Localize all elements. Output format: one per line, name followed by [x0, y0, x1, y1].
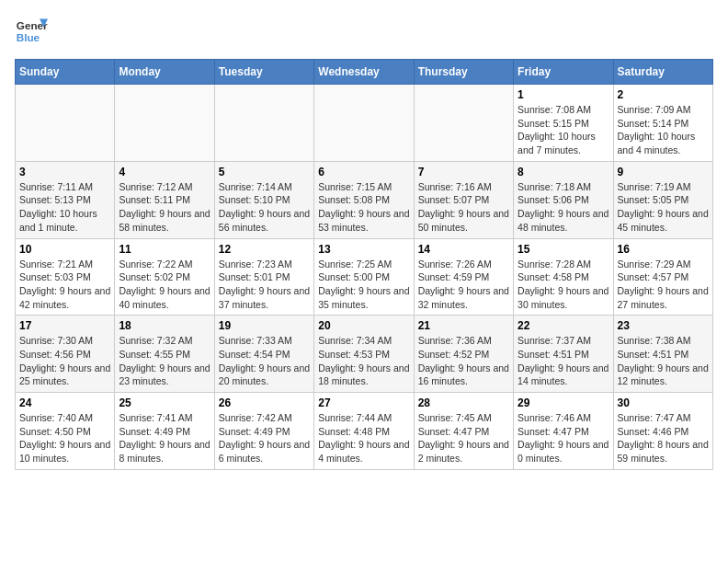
weekday-header: Sunday	[16, 60, 115, 85]
day-number: 4	[119, 166, 210, 178]
day-number: 8	[518, 166, 609, 178]
day-number: 2	[618, 88, 709, 101]
day-info: Sunrise: 7:36 AM Sunset: 4:52 PM Dayligh…	[418, 334, 509, 388]
day-info: Sunrise: 7:23 AM Sunset: 5:01 PM Dayligh…	[219, 258, 310, 312]
calendar-cell	[214, 85, 313, 162]
day-number: 7	[418, 166, 509, 178]
logo: General Blue	[15, 15, 48, 48]
calendar-body: 1Sunrise: 7:08 AM Sunset: 5:15 PM Daylig…	[16, 85, 713, 470]
day-info: Sunrise: 7:32 AM Sunset: 4:55 PM Dayligh…	[119, 334, 210, 388]
day-info: Sunrise: 7:30 AM Sunset: 4:56 PM Dayligh…	[19, 334, 110, 388]
calendar-cell: 30Sunrise: 7:47 AM Sunset: 4:46 PM Dayli…	[613, 393, 712, 470]
calendar-cell: 18Sunrise: 7:32 AM Sunset: 4:55 PM Dayli…	[115, 316, 214, 393]
svg-text:Blue: Blue	[17, 31, 40, 43]
weekday-header: Friday	[514, 60, 613, 85]
logo-icon: General Blue	[15, 15, 48, 48]
calendar-week: 10Sunrise: 7:21 AM Sunset: 5:03 PM Dayli…	[16, 238, 713, 316]
day-info: Sunrise: 7:11 AM Sunset: 5:13 PM Dayligh…	[19, 180, 110, 235]
day-info: Sunrise: 7:41 AM Sunset: 4:49 PM Dayligh…	[119, 411, 210, 465]
page-header: General Blue	[15, 15, 713, 48]
day-info: Sunrise: 7:37 AM Sunset: 4:51 PM Dayligh…	[518, 334, 609, 388]
day-info: Sunrise: 7:42 AM Sunset: 4:49 PM Dayligh…	[219, 411, 310, 465]
day-number: 26	[219, 396, 310, 409]
day-info: Sunrise: 7:16 AM Sunset: 5:07 PM Dayligh…	[418, 180, 509, 235]
day-info: Sunrise: 7:09 AM Sunset: 5:14 PM Dayligh…	[618, 103, 709, 157]
day-number: 9	[618, 166, 709, 178]
day-number: 13	[318, 243, 409, 256]
calendar-cell	[314, 85, 414, 162]
day-info: Sunrise: 7:28 AM Sunset: 4:58 PM Dayligh…	[518, 258, 609, 312]
day-number: 28	[418, 396, 509, 409]
weekday-header: Tuesday	[214, 60, 313, 85]
day-number: 11	[119, 243, 210, 256]
calendar-cell	[414, 85, 513, 162]
day-info: Sunrise: 7:40 AM Sunset: 4:50 PM Dayligh…	[19, 411, 110, 465]
day-number: 17	[19, 319, 110, 332]
weekday-header: Monday	[115, 60, 214, 85]
calendar-cell: 28Sunrise: 7:45 AM Sunset: 4:47 PM Dayli…	[414, 393, 513, 470]
day-info: Sunrise: 7:19 AM Sunset: 5:05 PM Dayligh…	[618, 180, 709, 235]
calendar-cell: 7Sunrise: 7:16 AM Sunset: 5:07 PM Daylig…	[414, 161, 513, 238]
calendar-cell: 15Sunrise: 7:28 AM Sunset: 4:58 PM Dayli…	[514, 238, 613, 316]
day-info: Sunrise: 7:47 AM Sunset: 4:46 PM Dayligh…	[618, 411, 709, 465]
day-info: Sunrise: 7:44 AM Sunset: 4:48 PM Dayligh…	[318, 411, 409, 465]
day-info: Sunrise: 7:46 AM Sunset: 4:47 PM Dayligh…	[518, 411, 609, 465]
calendar-week: 3Sunrise: 7:11 AM Sunset: 5:13 PM Daylig…	[16, 161, 713, 238]
day-number: 10	[19, 243, 110, 256]
day-info: Sunrise: 7:45 AM Sunset: 4:47 PM Dayligh…	[418, 411, 509, 465]
calendar-cell: 5Sunrise: 7:14 AM Sunset: 5:10 PM Daylig…	[214, 161, 313, 238]
calendar-week: 24Sunrise: 7:40 AM Sunset: 4:50 PM Dayli…	[16, 393, 713, 470]
calendar-cell: 9Sunrise: 7:19 AM Sunset: 5:05 PM Daylig…	[613, 161, 712, 238]
day-info: Sunrise: 7:12 AM Sunset: 5:11 PM Dayligh…	[119, 180, 210, 235]
weekday-header: Thursday	[414, 60, 513, 85]
day-number: 3	[19, 166, 110, 178]
calendar-cell	[115, 85, 214, 162]
day-number: 6	[318, 166, 409, 178]
day-info: Sunrise: 7:18 AM Sunset: 5:06 PM Dayligh…	[518, 180, 609, 235]
day-info: Sunrise: 7:21 AM Sunset: 5:03 PM Dayligh…	[19, 258, 110, 312]
day-number: 24	[19, 396, 110, 409]
calendar-cell: 8Sunrise: 7:18 AM Sunset: 5:06 PM Daylig…	[514, 161, 613, 238]
calendar-cell: 23Sunrise: 7:38 AM Sunset: 4:51 PM Dayli…	[613, 316, 712, 393]
calendar-cell: 27Sunrise: 7:44 AM Sunset: 4:48 PM Dayli…	[314, 393, 414, 470]
weekday-header: Wednesday	[314, 60, 414, 85]
calendar-cell: 12Sunrise: 7:23 AM Sunset: 5:01 PM Dayli…	[214, 238, 313, 316]
day-number: 23	[618, 319, 709, 332]
day-number: 22	[518, 319, 609, 332]
calendar-cell	[16, 85, 115, 162]
day-number: 18	[119, 319, 210, 332]
calendar-cell: 19Sunrise: 7:33 AM Sunset: 4:54 PM Dayli…	[214, 316, 313, 393]
calendar-week: 1Sunrise: 7:08 AM Sunset: 5:15 PM Daylig…	[16, 85, 713, 162]
calendar-cell: 22Sunrise: 7:37 AM Sunset: 4:51 PM Dayli…	[514, 316, 613, 393]
day-info: Sunrise: 7:26 AM Sunset: 4:59 PM Dayligh…	[418, 258, 509, 312]
calendar-cell: 29Sunrise: 7:46 AM Sunset: 4:47 PM Dayli…	[514, 393, 613, 470]
calendar-week: 17Sunrise: 7:30 AM Sunset: 4:56 PM Dayli…	[16, 316, 713, 393]
calendar-cell: 24Sunrise: 7:40 AM Sunset: 4:50 PM Dayli…	[16, 393, 115, 470]
day-info: Sunrise: 7:29 AM Sunset: 4:57 PM Dayligh…	[618, 258, 709, 312]
day-info: Sunrise: 7:34 AM Sunset: 4:53 PM Dayligh…	[318, 334, 409, 388]
day-number: 12	[219, 243, 310, 256]
calendar-table: SundayMondayTuesdayWednesdayThursdayFrid…	[15, 59, 713, 470]
calendar-cell: 13Sunrise: 7:25 AM Sunset: 5:00 PM Dayli…	[314, 238, 414, 316]
day-number: 27	[318, 396, 409, 409]
day-info: Sunrise: 7:15 AM Sunset: 5:08 PM Dayligh…	[318, 180, 409, 235]
day-info: Sunrise: 7:33 AM Sunset: 4:54 PM Dayligh…	[219, 334, 310, 388]
calendar-cell: 10Sunrise: 7:21 AM Sunset: 5:03 PM Dayli…	[16, 238, 115, 316]
day-info: Sunrise: 7:14 AM Sunset: 5:10 PM Dayligh…	[219, 180, 310, 235]
day-number: 16	[618, 243, 709, 256]
day-number: 25	[119, 396, 210, 409]
day-info: Sunrise: 7:08 AM Sunset: 5:15 PM Dayligh…	[518, 103, 609, 157]
calendar-cell: 17Sunrise: 7:30 AM Sunset: 4:56 PM Dayli…	[16, 316, 115, 393]
day-number: 30	[618, 396, 709, 409]
day-number: 1	[518, 88, 609, 101]
day-info: Sunrise: 7:38 AM Sunset: 4:51 PM Dayligh…	[618, 334, 709, 388]
day-number: 21	[418, 319, 509, 332]
day-number: 5	[219, 166, 310, 178]
calendar-cell: 26Sunrise: 7:42 AM Sunset: 4:49 PM Dayli…	[214, 393, 313, 470]
calendar-cell: 1Sunrise: 7:08 AM Sunset: 5:15 PM Daylig…	[514, 85, 613, 162]
calendar-cell: 11Sunrise: 7:22 AM Sunset: 5:02 PM Dayli…	[115, 238, 214, 316]
calendar-cell: 20Sunrise: 7:34 AM Sunset: 4:53 PM Dayli…	[314, 316, 414, 393]
day-number: 14	[418, 243, 509, 256]
calendar-header: SundayMondayTuesdayWednesdayThursdayFrid…	[16, 60, 713, 85]
day-info: Sunrise: 7:22 AM Sunset: 5:02 PM Dayligh…	[119, 258, 210, 312]
